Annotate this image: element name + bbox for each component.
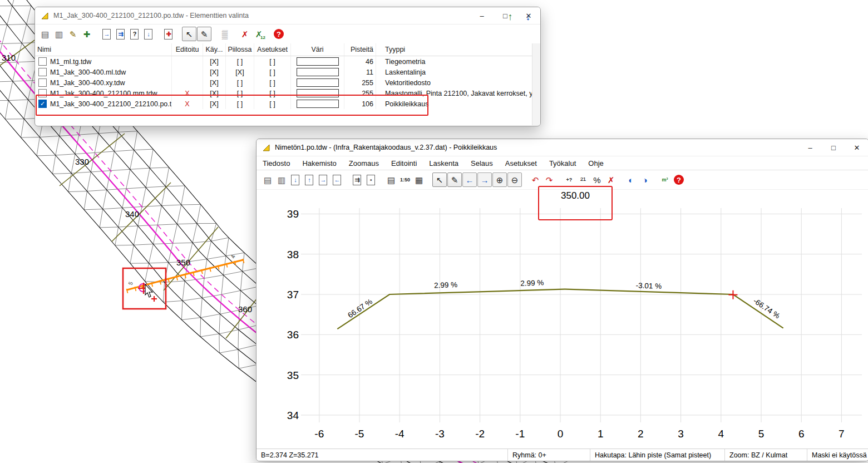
check-points-icon[interactable]: ✗: [238, 27, 251, 41]
maximize-button[interactable]: □: [822, 139, 845, 156]
color-swatch[interactable]: [297, 57, 339, 66]
copy-icon[interactable]: ⇉: [351, 173, 364, 186]
file-next-icon[interactable]: →: [100, 27, 114, 41]
table-header[interactable]: Nimi Editoitu Käy... Piilossa Asetukset …: [35, 43, 540, 56]
paste-icon[interactable]: ▪: [364, 173, 378, 186]
column-header-vari[interactable]: Väri: [291, 43, 344, 56]
mass-icon[interactable]: m³: [658, 173, 672, 186]
menu-asetukset[interactable]: Asetukset: [499, 156, 543, 170]
menu-ohje[interactable]: Ohje: [582, 156, 609, 170]
zoom-in-icon[interactable]: ⊕: [492, 173, 507, 187]
row-checkbox[interactable]: [38, 68, 47, 76]
file-up-icon[interactable]: ↑: [303, 173, 316, 186]
minimize-button[interactable]: –: [470, 7, 494, 24]
column-header-kaytossa[interactable]: Käy...: [203, 43, 226, 56]
zoom-extents-icon[interactable]: ↖: [182, 27, 196, 41]
copy-elements-icon[interactable]: ▥: [275, 173, 288, 186]
file-reload-icon[interactable]: ↓: [142, 27, 155, 41]
file-prev-icon[interactable]: ←: [331, 173, 344, 186]
help-icon[interactable]: ?: [672, 173, 685, 186]
pan-right-icon[interactable]: →: [477, 173, 492, 187]
print-icon[interactable]: ▤: [384, 173, 398, 186]
pan-left-icon[interactable]: ←: [462, 173, 477, 187]
window-titlebar[interactable]: Nimetön1.po.tdw - (Infra_Rakentajakoodau…: [257, 139, 868, 156]
menu-selaus[interactable]: Selaus: [465, 156, 499, 170]
table-row[interactable]: M1_Jak_300-400.ml.tdw [X] [X] [ ] 11 Las…: [35, 67, 540, 77]
color-swatch[interactable]: [297, 68, 339, 76]
zoom-extents-icon[interactable]: ↖: [432, 173, 447, 187]
zoom-out-icon[interactable]: ⊖: [507, 173, 522, 187]
color-swatch[interactable]: [297, 78, 339, 87]
column-header-nimi[interactable]: Nimi: [35, 43, 172, 56]
help-icon[interactable]: ?: [272, 27, 285, 41]
row-checkbox[interactable]: [38, 57, 47, 66]
file-copy-icon[interactable]: ⇉: [114, 27, 127, 41]
select-elements-icon[interactable]: ▤: [38, 27, 52, 41]
svg-text:2: 2: [638, 428, 644, 440]
column-header-asetukset[interactable]: Asetukset: [254, 43, 291, 56]
column-header-tyyppi[interactable]: Tyyppi: [376, 43, 540, 56]
move-down-icon[interactable]: ↓: [521, 10, 535, 23]
next-section-icon[interactable]: ◑: [638, 173, 652, 186]
table-row[interactable]: M1_Jak_300-400_212100.mm.tdw X [X] [ ] […: [35, 88, 540, 98]
file-table: Nimi Editoitu Käy... Piilossa Asetukset …: [35, 43, 540, 125]
point-slope-icon[interactable]: %: [590, 173, 604, 186]
svg-text:39: 39: [287, 208, 299, 220]
file-name: M1_Jak_300-400_212100.mm.tdw: [50, 90, 157, 97]
dialog-titlebar[interactable]: M1_Jak_300-400_212100_212100.po.tdw - El…: [35, 7, 540, 24]
svg-text:6: 6: [798, 428, 805, 440]
move-up-icon[interactable]: ↑: [504, 10, 517, 23]
svg-text:-4: -4: [395, 428, 405, 440]
cross-section-view[interactable]: -6-5-4-3-2-10123456739383736353466.67 %2…: [257, 188, 868, 449]
table-row[interactable]: M1_Jak_300-400.xy.tdw [X] [ ] [ ] 255 Ve…: [35, 77, 540, 88]
redraw-icon[interactable]: ✎: [197, 27, 211, 41]
svg-text:2.99 %: 2.99 %: [520, 278, 544, 287]
menu-laskenta[interactable]: Laskenta: [423, 156, 465, 170]
close-button[interactable]: ✕: [845, 139, 868, 156]
select-area-icon[interactable]: ▒: [218, 27, 231, 41]
file-next-icon[interactable]: →: [317, 173, 330, 186]
menu-tiedosto[interactable]: Tiedosto: [257, 156, 296, 170]
table-row-selected[interactable]: M1_Jak_300-400_212100_212100.po.tdw X [X…: [35, 98, 540, 109]
column-header-pisteita[interactable]: Pisteitä: [344, 43, 376, 56]
sheet-grid-icon[interactable]: ▦: [412, 173, 426, 186]
zoom-mode[interactable]: Zoom: BZ / Kulmat: [725, 449, 807, 461]
column-header-piilossa[interactable]: Piilossa: [226, 43, 254, 56]
prev-section-icon[interactable]: ◐: [624, 173, 638, 186]
svg-text:34: 34: [287, 410, 299, 421]
section-line-330[interactable]: [60, 134, 125, 186]
file-add-icon[interactable]: ✚: [162, 27, 175, 41]
menu-tyokalut[interactable]: Työkalut: [543, 156, 582, 170]
copy-elements-icon[interactable]: ▥: [52, 27, 66, 41]
table-row[interactable]: M1_ml.tg.tdw [X] [ ] [ ] 46 Tiegeometria: [35, 56, 540, 67]
select-elements-icon[interactable]: ▤: [261, 173, 274, 186]
point-check-icon[interactable]: ✗: [604, 173, 618, 186]
edit-elements-icon[interactable]: ✎: [66, 27, 80, 41]
row-checkbox[interactable]: [38, 89, 47, 97]
point-code-icon[interactable]: ²¹: [576, 173, 590, 186]
section-line-340[interactable]: [112, 183, 171, 242]
row-checkbox[interactable]: [38, 100, 47, 108]
check-codes-icon[interactable]: ✗12: [252, 27, 265, 41]
app-icon: [262, 144, 270, 152]
redo-icon[interactable]: ↷: [542, 173, 556, 186]
file-down-icon[interactable]: ↓: [289, 173, 302, 186]
file-query-icon[interactable]: ?: [128, 27, 141, 41]
mask-status[interactable]: Maski ei käytössä: [807, 449, 868, 461]
row-checkbox[interactable]: [38, 78, 47, 87]
menu-editointi[interactable]: Editointi: [385, 156, 423, 170]
menu-zoomaus[interactable]: Zoomaus: [343, 156, 385, 170]
menu-hakemisto[interactable]: Hakemisto: [296, 156, 342, 170]
column-header-editoitu[interactable]: Editoitu: [172, 43, 203, 56]
scale-icon[interactable]: 1:50: [398, 173, 412, 186]
color-swatch[interactable]: [297, 100, 339, 108]
undo-icon[interactable]: ↶: [529, 173, 542, 186]
station-label: 310: [2, 53, 16, 62]
table-scrollbar[interactable]: [532, 43, 540, 125]
point-query-icon[interactable]: +?: [563, 173, 576, 186]
snap-mode[interactable]: Hakutapa: Lähin piste (Samat pisteet): [590, 449, 725, 461]
redraw-icon[interactable]: ✎: [447, 173, 462, 187]
new-element-icon[interactable]: ✚: [80, 27, 93, 41]
minimize-button[interactable]: –: [798, 139, 822, 156]
color-swatch[interactable]: [297, 89, 339, 97]
